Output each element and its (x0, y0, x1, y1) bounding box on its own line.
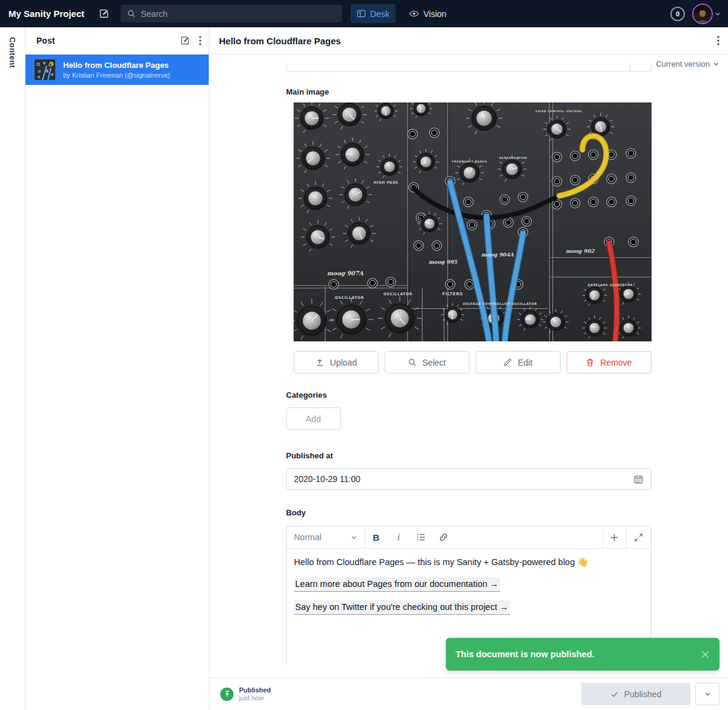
main-image-label: Main image (286, 87, 652, 96)
document-header: Hello from Cloudflare Pages (209, 27, 728, 55)
document-panel: Hello from Cloudflare Pages Current vers… (209, 27, 728, 710)
desk-tab-label: Desk (370, 9, 389, 19)
status-time: just now (239, 694, 271, 702)
bullet-list-button[interactable] (410, 526, 433, 548)
eye-icon (409, 8, 419, 19)
svg-text:OSCILLATOR: OSCILLATOR (335, 295, 364, 300)
notifications-badge[interactable]: 0 (670, 7, 685, 21)
toast-message: This document is now published. (456, 649, 701, 659)
calendar-icon (633, 474, 644, 484)
desk-icon (357, 9, 366, 18)
search-input[interactable] (141, 9, 336, 19)
svg-text:moog 907A: moog 907A (327, 270, 364, 277)
edit-label: Edit (517, 358, 532, 367)
document-menu-button[interactable] (717, 36, 720, 45)
version-label: Current version (656, 59, 710, 69)
search-bar (121, 5, 342, 22)
editor-toolbar: Normal B i (287, 526, 651, 549)
select-label: Select (422, 358, 446, 367)
rail-label-content[interactable]: Content (8, 37, 17, 710)
pane-menu-button[interactable] (199, 36, 201, 45)
svg-text:moog 995: moog 995 (428, 259, 457, 265)
published-status-icon (220, 688, 234, 701)
tab-desk[interactable]: Desk (351, 4, 396, 23)
search-icon (127, 9, 136, 18)
chevron-down-icon (351, 534, 357, 541)
chevron-down-icon (713, 61, 720, 67)
publish-menu-button[interactable] (695, 683, 720, 705)
svg-text:ENVELOPE GENERATOR: ENVELOPE GENERATOR (588, 283, 633, 287)
svg-text:moog 904A: moog 904A (481, 252, 514, 258)
list-item-title: Hello from Cloudflare Pages (63, 61, 170, 70)
add-category-button[interactable]: Add (286, 407, 341, 430)
edit-button[interactable]: Edit (476, 351, 561, 373)
body-content[interactable]: Hello from Cloudflare Pages — this is my… (287, 549, 651, 623)
toast-close-button[interactable] (701, 650, 710, 659)
svg-text:REGENERATION: REGENERATION (499, 156, 527, 159)
compose-icon (180, 35, 190, 46)
svg-text:FREQUENCY RANGE: FREQUENCY RANGE (451, 160, 487, 163)
body-label: Body (286, 508, 652, 517)
user-menu[interactable] (692, 4, 721, 24)
published-at-label: Published at (286, 451, 652, 460)
bold-button[interactable]: B (365, 526, 388, 548)
link-button[interactable] (433, 526, 455, 548)
published-at-input[interactable] (294, 474, 633, 484)
publish-button-label: Published (624, 689, 662, 699)
check-icon (610, 690, 619, 698)
close-icon (701, 650, 710, 659)
body-link-documentation[interactable]: Learn more about Pages from our document… (294, 577, 500, 592)
italic-button[interactable]: i (388, 526, 410, 548)
post-thumbnail (35, 59, 55, 80)
block-style-value: Normal (294, 532, 322, 542)
select-button[interactable]: Select (385, 351, 470, 373)
sanity-studio: My Sanity Project Desk Vision 0 (0, 0, 728, 710)
main-image-preview[interactable]: HIGH PASS FREQUENCY RANGE REGENERATION F… (294, 102, 652, 341)
list-item-post[interactable]: Hello from Cloudflare Pages by Kristian … (25, 55, 209, 85)
create-post-button[interactable] (180, 35, 190, 46)
calendar-button[interactable] (633, 474, 644, 484)
slug-input-cutoff[interactable] (286, 63, 652, 72)
compose-icon (98, 8, 110, 19)
chevron-down-icon (704, 691, 711, 697)
tool-rail: Content (0, 27, 25, 710)
expand-icon (634, 533, 643, 542)
svg-text:FILTERS: FILTERS (442, 292, 462, 296)
block-style-select[interactable]: Normal (287, 526, 365, 548)
insert-block-button[interactable] (603, 526, 626, 548)
status-title: Published (239, 686, 271, 694)
new-document-button[interactable] (96, 7, 111, 21)
svg-text:HIGH PASS: HIGH PASS (373, 180, 398, 184)
search-icon (408, 358, 417, 367)
document-status-bar: Published just now Published (209, 677, 728, 710)
publish-button[interactable]: Published (581, 683, 690, 705)
remove-label: Remove (600, 358, 632, 367)
publish-toast: This document is now published. (446, 638, 720, 671)
top-navbar: My Sanity Project Desk Vision 0 (0, 0, 728, 27)
categories-label: Categories (286, 390, 652, 400)
document-title: Hello from Cloudflare Pages (219, 36, 717, 46)
kebab-menu-icon (199, 36, 201, 45)
pane-title: Post (36, 36, 180, 45)
version-selector[interactable]: Current version (656, 59, 720, 69)
pencil-icon (503, 358, 512, 367)
published-at-field (286, 468, 652, 490)
chevron-down-icon (715, 11, 721, 17)
avatar (692, 4, 713, 24)
link-icon (439, 532, 448, 542)
vision-tab-label: Vision (423, 9, 447, 19)
upload-button[interactable]: Upload (294, 351, 379, 373)
remove-button[interactable]: Remove (567, 351, 652, 373)
tab-vision[interactable]: Vision (403, 4, 453, 23)
fullscreen-button[interactable] (627, 526, 651, 548)
trash-icon (585, 358, 595, 367)
svg-text:VOLTAGE CONTROLLED OSCILLATOR: VOLTAGE CONTROLLED OSCILLATOR (462, 302, 537, 306)
pane-header: Post (25, 27, 209, 55)
upload-label: Upload (330, 358, 357, 367)
kebab-menu-icon (717, 36, 720, 45)
svg-text:moog 902: moog 902 (565, 248, 595, 254)
plus-icon (609, 532, 619, 543)
body-link-twitter[interactable]: Say hey on Twitter if you're checking ou… (294, 600, 510, 615)
image-actions: Upload Select Edit Remove (294, 351, 652, 373)
svg-text:FIXED CONTROL VOLTAGE: FIXED CONTROL VOLTAGE (535, 110, 581, 113)
